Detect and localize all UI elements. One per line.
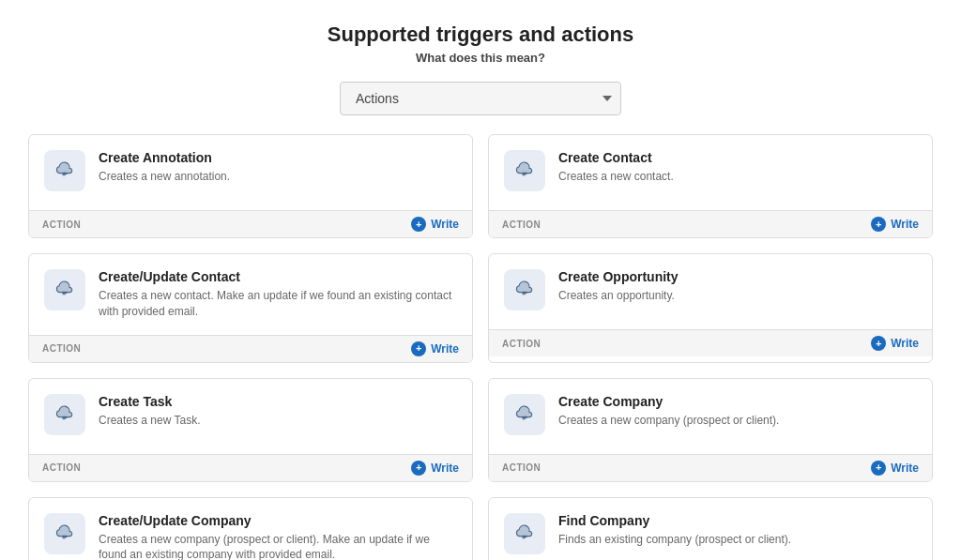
svg-rect-17 [62, 416, 67, 416]
card-name: Create Opportunity [558, 269, 917, 284]
action-button[interactable]: + Write [411, 217, 459, 232]
filter-select-wrapper[interactable]: Actions Triggers Searches [340, 82, 621, 115]
svg-rect-29 [522, 535, 526, 536]
card-desc: Creates a new contact. [558, 169, 917, 185]
svg-rect-19 [62, 418, 65, 419]
svg-rect-27 [62, 537, 65, 538]
filter-select[interactable]: Actions Triggers Searches [340, 82, 621, 115]
btn-label: Write [891, 218, 919, 231]
svg-rect-26 [62, 537, 67, 537]
app-icon [504, 150, 545, 191]
filter-bar: Actions Triggers Searches [19, 82, 942, 115]
card-content: Create Opportunity Creates an opportunit… [558, 269, 917, 304]
action-button[interactable]: + Write [871, 461, 919, 476]
btn-icon: + [411, 341, 426, 356]
card-footer: ACTION + Write [29, 454, 472, 481]
card-body: Create Company Creates a new company (pr… [489, 379, 932, 454]
btn-icon: + [871, 461, 886, 476]
card-desc: Creates a new company (prospect or clien… [558, 413, 917, 429]
svg-rect-31 [522, 537, 525, 538]
btn-icon: + [871, 336, 886, 351]
action-button[interactable]: + Write [411, 341, 459, 356]
card-content: Create Contact Creates a new contact. [558, 150, 917, 185]
card-name: Find Company [558, 513, 917, 528]
card-footer: ACTION + Write [489, 329, 932, 356]
card-desc: Creates a new company (prospect or clien… [99, 532, 457, 560]
card-create-opportunity: Create Opportunity Creates an opportunit… [488, 253, 933, 363]
svg-rect-2 [62, 174, 67, 174]
card-content: Create Company Creates a new company (pr… [558, 394, 917, 429]
app-icon [504, 269, 545, 310]
svg-rect-18 [62, 417, 67, 418]
card-create-update-contact: Create/Update Contact Creates a new cont… [28, 253, 473, 363]
action-button[interactable]: + Write [871, 217, 919, 232]
app-icon [504, 513, 545, 554]
page-title: Supported triggers and actions [19, 23, 942, 47]
card-body: Create/Update Company Creates a new comp… [29, 498, 472, 560]
card-desc: Creates a new contact. Make an update if… [99, 288, 457, 320]
page-subtitle: What does this mean? [19, 51, 942, 65]
svg-rect-7 [522, 174, 525, 175]
btn-label: Write [891, 462, 919, 475]
card-content: Create/Update Company Creates a new comp… [99, 513, 457, 560]
card-footer: ACTION + Write [29, 210, 472, 237]
svg-rect-10 [62, 293, 67, 294]
app-icon [44, 513, 85, 554]
card-create-contact: Create Contact Creates a new contact. AC… [488, 134, 933, 238]
card-body: Create Task Creates a new Task. [29, 379, 472, 454]
card-name: Create Contact [558, 150, 917, 165]
svg-rect-23 [522, 418, 525, 419]
btn-icon: + [411, 461, 426, 476]
app-icon [44, 150, 85, 191]
card-body: Create Contact Creates a new contact. [489, 135, 932, 210]
svg-rect-25 [62, 535, 67, 536]
card-desc: Creates a new annotation. [99, 169, 457, 185]
svg-rect-1 [62, 173, 67, 174]
action-label: ACTION [42, 343, 81, 354]
card-desc: Finds an existing company (prospect or c… [558, 532, 917, 548]
card-find-company: Find Company Finds an existing company (… [488, 497, 933, 560]
card-create-task: Create Task Creates a new Task. ACTION +… [28, 378, 473, 482]
action-label: ACTION [502, 219, 541, 230]
card-name: Create/Update Contact [99, 269, 457, 284]
svg-rect-21 [522, 416, 526, 416]
svg-rect-11 [62, 294, 65, 295]
btn-label: Write [431, 342, 459, 356]
action-label: ACTION [502, 462, 541, 473]
card-content: Create Task Creates a new Task. [99, 394, 457, 429]
btn-icon: + [411, 217, 426, 232]
svg-rect-13 [522, 292, 526, 293]
app-icon [504, 394, 545, 435]
btn-icon: + [871, 217, 886, 232]
app-icon [44, 269, 85, 310]
btn-label: Write [431, 462, 459, 475]
svg-rect-22 [522, 417, 526, 418]
action-button[interactable]: + Write [411, 461, 459, 476]
app-icon [44, 394, 85, 435]
cards-grid: Create Annotation Creates a new annotati… [19, 134, 942, 560]
card-name: Create Company [558, 394, 917, 409]
card-body: Create/Update Contact Creates a new cont… [29, 254, 472, 335]
page-header: Supported triggers and actions What does… [19, 23, 942, 65]
card-body: Create Opportunity Creates an opportunit… [489, 254, 932, 329]
card-desc: Creates an opportunity. [558, 288, 917, 304]
svg-rect-3 [62, 174, 65, 175]
card-desc: Creates a new Task. [99, 413, 457, 429]
card-create-annotation: Create Annotation Creates a new annotati… [28, 134, 473, 238]
card-create-update-company: Create/Update Company Creates a new comp… [28, 497, 473, 560]
card-footer: ACTION + Write [489, 454, 932, 481]
card-name: Create Task [99, 394, 457, 409]
svg-rect-15 [522, 294, 525, 295]
svg-rect-14 [522, 293, 526, 294]
btn-label: Write [431, 218, 459, 231]
card-footer: ACTION + Write [29, 335, 472, 362]
svg-rect-30 [522, 537, 526, 537]
page: Supported triggers and actions What does… [0, 0, 961, 560]
card-create-company: Create Company Creates a new company (pr… [488, 378, 933, 482]
card-content: Create Annotation Creates a new annotati… [99, 150, 457, 185]
svg-rect-5 [522, 173, 526, 174]
action-label: ACTION [42, 462, 81, 473]
action-button[interactable]: + Write [871, 336, 919, 351]
card-body: Create Annotation Creates a new annotati… [29, 135, 472, 210]
svg-rect-9 [62, 292, 67, 293]
